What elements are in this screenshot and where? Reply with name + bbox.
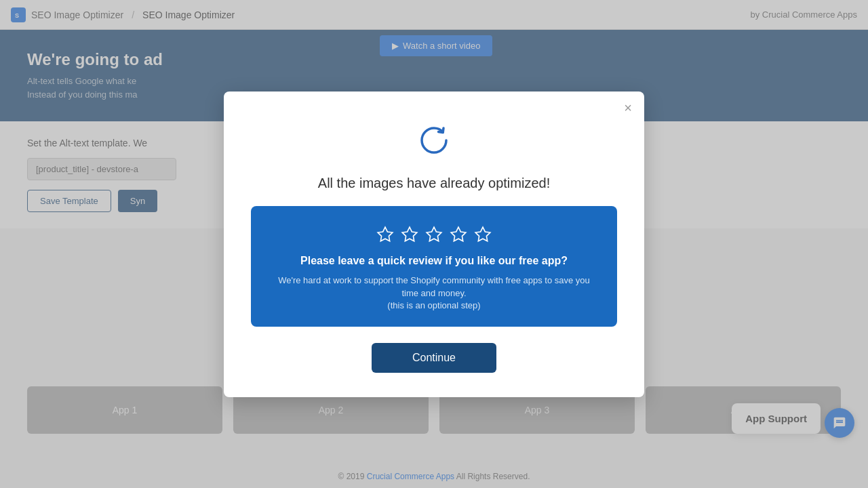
- star-4[interactable]: [449, 225, 468, 244]
- modal-icon: [412, 119, 456, 162]
- svg-marker-5: [451, 227, 466, 241]
- review-box: Please leave a quick review if you like …: [251, 206, 617, 327]
- continue-button[interactable]: Continue: [372, 343, 496, 373]
- star-3[interactable]: [425, 225, 443, 244]
- review-optional: (this is an optional step): [271, 300, 597, 310]
- star-1[interactable]: [376, 225, 395, 244]
- svg-marker-4: [427, 227, 441, 241]
- refresh-icon: [412, 119, 456, 162]
- modal-title: All the images have already optimized!: [251, 176, 617, 191]
- svg-marker-6: [475, 227, 490, 241]
- star-5[interactable]: [473, 225, 492, 244]
- star-2[interactable]: [400, 225, 419, 244]
- review-sub: We're hard at work to support the Shopif…: [271, 274, 597, 300]
- review-heading: Please leave a quick review if you like …: [271, 255, 597, 267]
- star-rating: [271, 225, 597, 244]
- modal-overlay: × All the images have already optimized!: [0, 0, 868, 488]
- modal-dialog: × All the images have already optimized!: [224, 92, 644, 397]
- svg-marker-2: [378, 227, 393, 241]
- svg-marker-3: [402, 227, 417, 241]
- modal-close-button[interactable]: ×: [624, 101, 632, 115]
